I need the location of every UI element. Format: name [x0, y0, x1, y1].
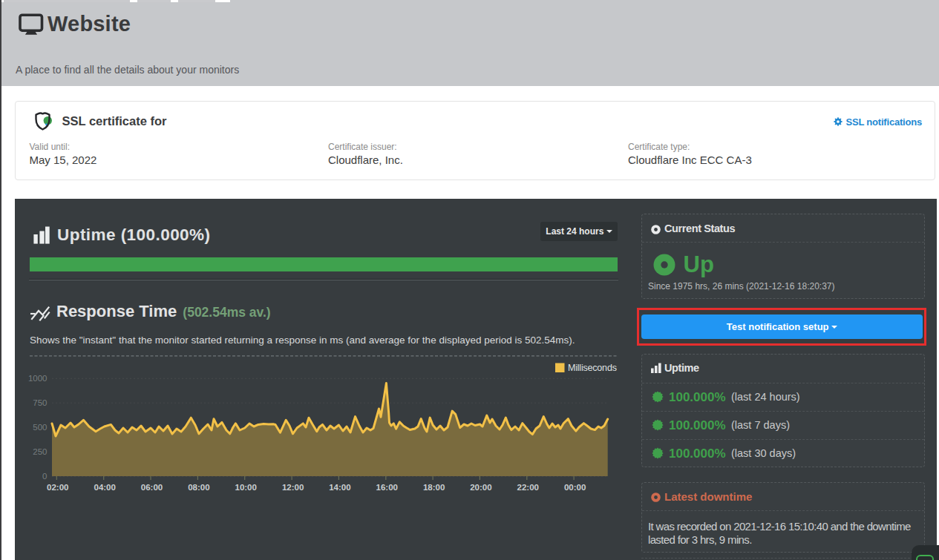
svg-text:1000: 1000 [28, 374, 48, 383]
svg-text:250: 250 [33, 447, 47, 456]
svg-text:04:00: 04:00 [94, 483, 115, 492]
svg-text:12:00: 12:00 [282, 483, 304, 492]
svg-text:Milliseconds: Milliseconds [568, 363, 617, 373]
svg-text:00:00: 00:00 [564, 483, 586, 492]
svg-text:02:00: 02:00 [47, 483, 68, 492]
svg-text:20:00: 20:00 [470, 483, 491, 492]
svg-text:14:00: 14:00 [329, 483, 350, 492]
svg-text:22:00: 22:00 [517, 483, 539, 492]
svg-text:10:00: 10:00 [235, 483, 256, 492]
svg-text:0: 0 [42, 472, 47, 481]
svg-text:500: 500 [33, 423, 47, 432]
svg-text:08:00: 08:00 [188, 483, 209, 492]
svg-text:18:00: 18:00 [423, 483, 445, 492]
svg-text:750: 750 [33, 398, 47, 407]
svg-text:16:00: 16:00 [376, 483, 398, 492]
svg-text:06:00: 06:00 [141, 483, 163, 492]
